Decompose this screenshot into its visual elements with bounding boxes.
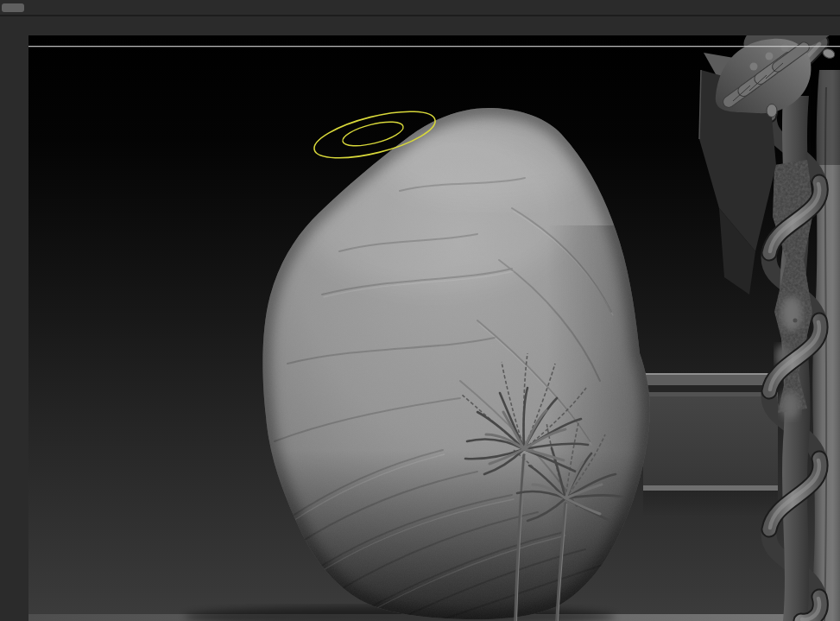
bench-gap-shadow [643, 385, 778, 393]
sculpt-app-window [0, 0, 840, 621]
canvas-frame-left [0, 35, 28, 621]
knuckle-3 [781, 44, 789, 52]
bench-bottom-lip [643, 485, 778, 491]
statue-pin-mid [767, 105, 777, 117]
sculpt-canvas[interactable] [28, 35, 840, 621]
knuckle-1 [750, 63, 758, 71]
knuckle-2 [766, 53, 774, 60]
bench-mesh [643, 373, 778, 516]
bench-face [643, 396, 778, 486]
panel-drag-handle[interactable] [2, 3, 24, 12]
top-menu-bar [0, 0, 840, 15]
bench-under-shadow [643, 491, 778, 516]
statue-bump-3 [780, 391, 799, 419]
bench-top-surface [643, 375, 778, 385]
statue-bump-dot [793, 319, 798, 323]
document-top-edge [28, 46, 840, 47]
bench-lip [643, 392, 778, 396]
statue-bump-1 [781, 296, 802, 331]
canvas-frame-top [0, 16, 840, 35]
